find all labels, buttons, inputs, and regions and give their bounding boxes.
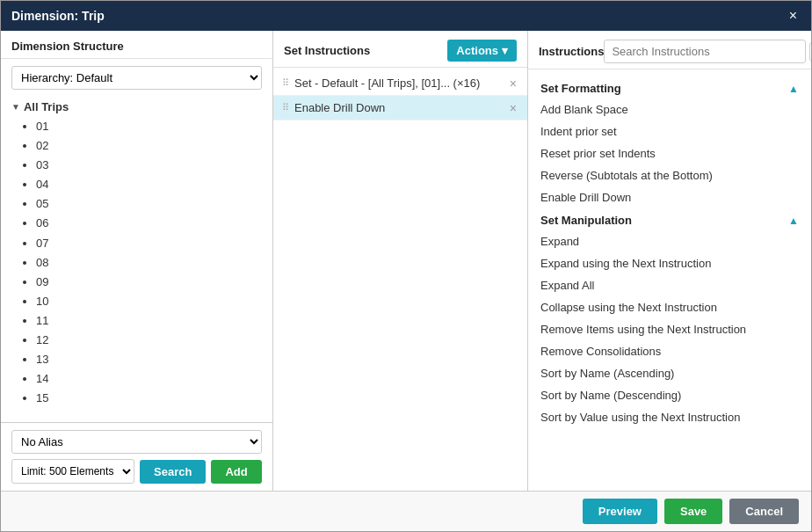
set-formatting-collapse-button[interactable]: ▲ — [788, 83, 799, 95]
list-item[interactable]: 01 — [36, 117, 262, 136]
left-bottom: No Alias Limit: 500 Elements Search Add — [1, 422, 272, 491]
remove-instruction-button[interactable]: × — [508, 102, 518, 114]
set-formatting-header: Set Formatting ▲ — [528, 77, 811, 98]
instruction-option[interactable]: Sort by Name (Descending) — [528, 384, 811, 406]
actions-label: Actions — [456, 44, 498, 57]
tree-children: 01 02 03 04 05 06 07 08 09 10 11 12 13 1… — [11, 117, 262, 408]
alias-select[interactable]: No Alias — [11, 430, 262, 454]
actions-chevron-icon: ▾ — [502, 44, 508, 57]
dialog-body: Dimension Structure Hierarchy: Default ▼… — [1, 31, 811, 491]
instruction-item-selected[interactable]: ⠿ Enable Drill Down × — [273, 96, 527, 120]
list-item[interactable]: 08 — [36, 253, 262, 273]
list-item[interactable]: 03 — [36, 156, 262, 175]
dialog-title: Dimension: Trip — [11, 9, 105, 23]
list-item[interactable]: 14 — [36, 369, 262, 389]
set-manipulation-header: Set Manipulation ▲ — [528, 208, 811, 230]
middle-panel: Set Instructions Actions ▾ ⠿ Set - Defau… — [273, 31, 528, 491]
limit-select[interactable]: Limit: 500 Elements — [11, 459, 134, 484]
instruction-option[interactable]: Expand using the Next Instruction — [528, 252, 811, 274]
instruction-label: Set - Default - [All Trips], [01]... (×1… — [294, 77, 503, 90]
set-formatting-title: Set Formatting — [540, 82, 621, 95]
list-item[interactable]: 04 — [36, 175, 262, 194]
search-instructions-wrapper: ▲ — [604, 40, 811, 63]
tree-area: ▼ All Trips 01 02 03 04 05 06 07 08 09 1… — [1, 97, 272, 422]
list-item[interactable]: 02 — [36, 136, 262, 156]
set-instructions-title: Set Instructions — [284, 44, 370, 57]
right-panel: Instructions ▲ Set Formatting ▲ Add Blan… — [528, 31, 811, 491]
instructions-list: ⠿ Set - Default - [All Trips], [01]... (… — [273, 68, 527, 491]
set-manipulation-collapse-button[interactable]: ▲ — [788, 215, 799, 227]
actions-button[interactable]: Actions ▾ — [447, 40, 517, 62]
instruction-option[interactable]: Reset prior set Indents — [528, 142, 811, 164]
instruction-option[interactable]: Remove Items using the Next Instruction — [528, 318, 811, 340]
preview-button[interactable]: Preview — [583, 499, 657, 524]
left-panel-header: Dimension Structure — [1, 31, 272, 59]
instruction-option[interactable]: Sort by Name (Ascending) — [528, 362, 811, 384]
close-button[interactable]: × — [786, 8, 801, 24]
dialog-dimension-trip: Dimension: Trip × Dimension Structure Hi… — [0, 0, 812, 532]
instruction-option[interactable]: Enable Drill Down — [528, 186, 811, 208]
add-button[interactable]: Add — [211, 460, 261, 484]
instruction-option[interactable]: Remove Consolidations — [528, 340, 811, 362]
drag-handle-icon: ⠿ — [282, 102, 289, 113]
instruction-option[interactable]: Indent prior set — [528, 120, 811, 142]
instruction-option[interactable]: Expand — [528, 230, 811, 252]
list-item[interactable]: 07 — [36, 234, 262, 253]
list-item[interactable]: 13 — [36, 350, 262, 369]
instruction-option[interactable]: Reverse (Subtotals at the Bottom) — [528, 164, 811, 186]
list-item[interactable]: 11 — [36, 311, 262, 331]
tree-root-label: All Trips — [24, 100, 69, 113]
save-button[interactable]: Save — [664, 499, 722, 524]
search-instructions-input[interactable] — [604, 40, 806, 63]
dialog-footer: Preview Save Cancel — [1, 491, 811, 531]
list-item[interactable]: 06 — [36, 214, 262, 233]
search-button[interactable]: Search — [140, 460, 206, 484]
left-panel: Dimension Structure Hierarchy: Default ▼… — [1, 31, 273, 491]
drag-handle-icon: ⠿ — [282, 77, 289, 89]
hierarchy-select[interactable]: Hierarchy: Default — [11, 66, 262, 90]
list-item[interactable]: 12 — [36, 331, 262, 350]
instructions-right: Set Formatting ▲ Add Blank Space Indent … — [528, 69, 811, 491]
cancel-button[interactable]: Cancel — [729, 499, 799, 524]
title-bar: Dimension: Trip × — [1, 1, 811, 31]
list-item[interactable]: 09 — [36, 273, 262, 292]
instruction-item[interactable]: ⠿ Set - Default - [All Trips], [01]... (… — [273, 71, 527, 96]
list-item[interactable]: 05 — [36, 194, 262, 214]
middle-header: Set Instructions Actions ▾ — [273, 31, 527, 68]
tree-caret: ▼ — [11, 102, 20, 112]
list-item[interactable]: 10 — [36, 292, 262, 311]
instruction-option[interactable]: Expand All — [528, 274, 811, 296]
remove-instruction-button[interactable]: × — [508, 77, 518, 90]
instructions-title: Instructions — [539, 45, 604, 58]
instruction-label: Enable Drill Down — [294, 101, 503, 114]
search-up-button[interactable]: ▲ — [809, 42, 811, 62]
instruction-option[interactable]: Sort by Value using the Next Instruction — [528, 406, 811, 428]
instruction-option[interactable]: Add Blank Space — [528, 98, 811, 120]
bottom-controls: Limit: 500 Elements Search Add — [11, 459, 262, 484]
tree-root: ▼ All Trips — [11, 100, 262, 113]
list-item[interactable]: 15 — [36, 389, 262, 408]
set-manipulation-title: Set Manipulation — [540, 214, 632, 227]
instruction-option[interactable]: Collapse using the Next Instruction — [528, 296, 811, 318]
right-header: Instructions ▲ — [528, 31, 811, 69]
